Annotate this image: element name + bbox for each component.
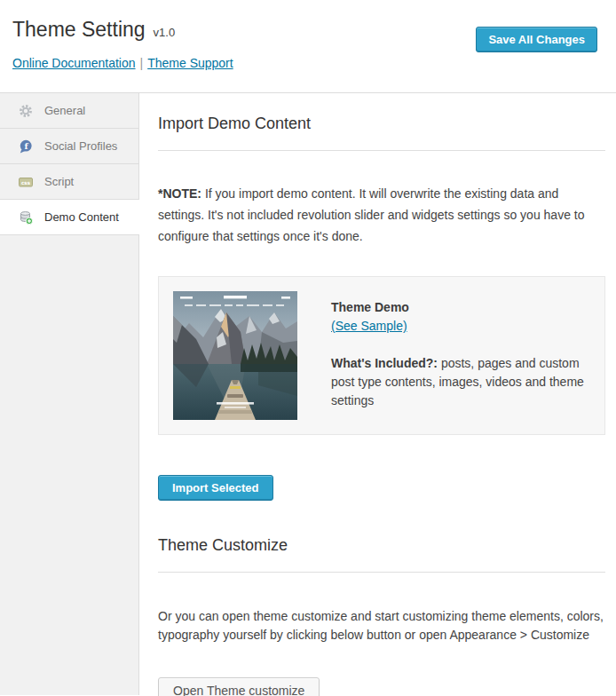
database-add-icon (19, 210, 33, 225)
css-badge-icon: css (19, 175, 33, 189)
page-title: Theme Setting (12, 18, 146, 42)
section-divider (158, 572, 605, 573)
theme-demo-panel: Theme Demo (See Sample) What's Included?… (158, 276, 605, 435)
whats-included-label: What's Included?: (331, 356, 438, 370)
whats-included: What's Included?: posts, pages and custo… (331, 354, 590, 410)
sidebar-item-social-profiles[interactable]: f Social Profiles (0, 129, 138, 164)
gear-icon (19, 104, 33, 118)
section-divider (158, 150, 605, 151)
save-all-changes-button[interactable]: Save All Changes (476, 27, 597, 52)
page-header: Theme Setting v1.0 Save All Changes Onli… (0, 0, 616, 93)
sidebar-item-label: General (44, 104, 85, 117)
link-separator: | (140, 56, 144, 70)
open-theme-customize-button[interactable]: Open Theme customize (158, 677, 320, 696)
sidebar-item-label: Script (44, 175, 74, 188)
import-demo-content-heading: Import Demo Content (158, 115, 605, 133)
sidebar-item-label: Demo Content (44, 210, 119, 224)
theme-customize-heading: Theme Customize (158, 536, 605, 555)
customize-description: Or you can open theme customize and star… (158, 607, 605, 645)
sidebar-item-label: Social Profiles (44, 139, 117, 153)
import-selected-button[interactable]: Import Selected (158, 475, 273, 501)
sidebar-item-script[interactable]: css Script (0, 164, 138, 200)
theme-support-link[interactable]: Theme Support (147, 56, 233, 70)
import-note: *NOTE: If you import demo content. It wi… (158, 183, 605, 247)
facebook-comment-icon: f (19, 139, 33, 154)
note-text: If you import demo content. It will over… (158, 186, 585, 243)
theme-demo-title: Theme Demo (331, 298, 590, 317)
settings-content: Import Demo Content *NOTE: If you import… (139, 93, 616, 695)
theme-demo-info: Theme Demo (See Sample) What's Included?… (331, 291, 590, 420)
sidebar-item-general[interactable]: General (0, 93, 138, 129)
note-label: *NOTE: (158, 186, 201, 201)
theme-demo-thumbnail (173, 291, 297, 420)
online-documentation-link[interactable]: Online Documentation (12, 56, 136, 70)
see-sample-link[interactable]: (See Sample) (331, 319, 407, 333)
sidebar-item-demo-content[interactable]: Demo Content (0, 200, 139, 235)
svg-text:css: css (21, 179, 31, 185)
version-label: v1.0 (154, 26, 176, 39)
settings-sidebar: General f Social Profiles css Script (0, 93, 139, 695)
